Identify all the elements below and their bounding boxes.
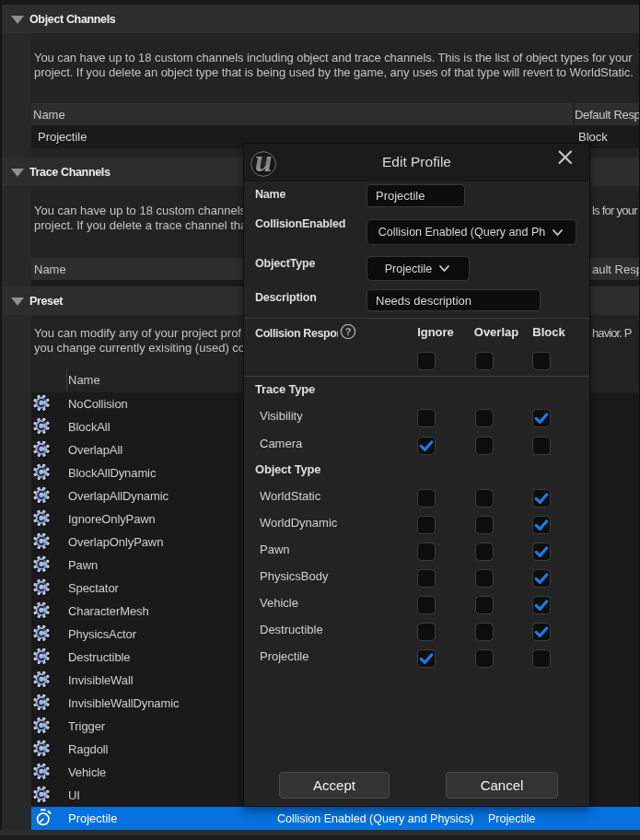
svg-text:?: ? xyxy=(345,326,352,337)
